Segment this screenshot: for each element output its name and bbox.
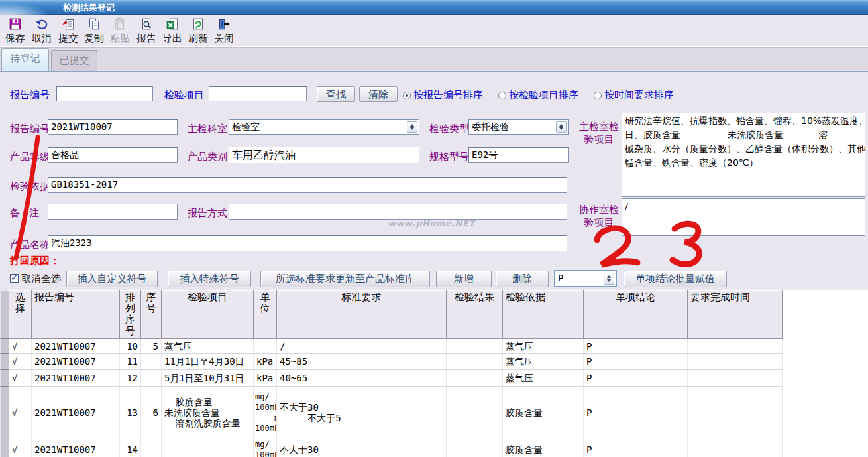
cell-standard[interactable]: 45~85 bbox=[277, 354, 447, 370]
cell-select[interactable]: √ bbox=[9, 370, 32, 387]
cell-unit[interactable] bbox=[254, 339, 277, 354]
cell-conclusion[interactable]: P bbox=[584, 438, 688, 457]
refresh-button[interactable]: 刷新 bbox=[186, 16, 211, 46]
remark-input[interactable] bbox=[48, 204, 178, 220]
cell-result[interactable] bbox=[447, 339, 503, 354]
find-button[interactable]: 查找 bbox=[317, 86, 355, 102]
update-standard-lib-button[interactable]: 所选标准要求更新至产品标准库 bbox=[260, 271, 430, 287]
col-unit[interactable]: 单位 bbox=[254, 291, 277, 339]
report-no-input[interactable]: 2021WT10007 bbox=[48, 119, 178, 135]
grid-row[interactable]: √ 2021WT10007 12 5月1日至10月31日 kPa 40~65 蒸… bbox=[1, 370, 783, 387]
cell-conclusion[interactable]: P bbox=[584, 354, 688, 370]
col-select[interactable]: 选择 bbox=[9, 291, 32, 339]
delete-button[interactable]: 删除 bbox=[496, 271, 549, 287]
report-button[interactable]: 报告 bbox=[134, 16, 159, 46]
cell-basis[interactable]: 蒸气压 bbox=[503, 339, 584, 354]
cell-seq[interactable]: 6 bbox=[141, 387, 162, 438]
cell-order-no[interactable]: 11 bbox=[120, 354, 141, 370]
cell-select[interactable]: √ bbox=[9, 387, 32, 438]
insert-custom-symbol-button[interactable]: 插入自定义符号 bbox=[66, 271, 158, 287]
combo-spinner-icon[interactable] bbox=[556, 121, 567, 133]
cell-result[interactable] bbox=[447, 387, 503, 438]
cancel-button[interactable]: 取消 bbox=[29, 16, 54, 46]
cell-result[interactable] bbox=[447, 354, 503, 370]
grid-row[interactable]: √ 2021WT10007 11 11月1日至4月30日 kPa 45~85 蒸… bbox=[1, 354, 783, 370]
inspect-basis-input[interactable]: GB18351-2017 bbox=[48, 177, 567, 193]
sort-by-report-no-radio[interactable]: 按报告编号排序 bbox=[403, 89, 483, 101]
cell-seq[interactable] bbox=[141, 354, 162, 370]
conclusion-combobox[interactable]: P bbox=[554, 270, 617, 287]
col-basis[interactable]: 检验依据 bbox=[503, 291, 584, 339]
cell-standard[interactable]: / bbox=[277, 339, 447, 354]
cell-result[interactable] bbox=[447, 438, 503, 457]
batch-assign-button[interactable]: 单项结论批量赋值 bbox=[624, 271, 727, 287]
cell-select[interactable]: √ bbox=[9, 438, 32, 457]
cell-due[interactable] bbox=[688, 354, 783, 370]
col-seq[interactable]: 序号 bbox=[141, 291, 162, 339]
cell-report-no[interactable]: 2021WT10007 bbox=[32, 370, 120, 387]
grid-row[interactable]: √ 2021WT10007 14 mg/ 100mL 不大于30 胶质含量 P bbox=[1, 438, 783, 457]
col-due[interactable]: 要求完成时间 bbox=[688, 291, 783, 339]
copy-button[interactable]: 复制 bbox=[81, 16, 107, 46]
insert-special-symbol-button[interactable]: 插入特殊符号 bbox=[168, 271, 251, 287]
close-button[interactable]: 关闭 bbox=[211, 16, 237, 46]
cell-select[interactable]: √ bbox=[9, 339, 32, 354]
col-conclusion[interactable]: 单项结论 bbox=[584, 291, 688, 339]
cell-seq[interactable] bbox=[141, 438, 162, 457]
add-button[interactable]: 新增 bbox=[436, 271, 492, 287]
grid-row[interactable]: √ 2021WT10007 10 5 蒸气压 / 蒸气压 P bbox=[1, 339, 783, 354]
product-category-input[interactable]: 车用乙醇汽油 bbox=[229, 147, 419, 163]
cell-seq[interactable] bbox=[141, 370, 162, 387]
cell-item[interactable]: 5月1日至10月31日 bbox=[162, 370, 254, 387]
cell-unit[interactable]: mg/ 100mL bbox=[254, 438, 277, 457]
col-result[interactable]: 检验结果 bbox=[447, 291, 503, 339]
cell-result[interactable] bbox=[447, 370, 503, 387]
cancel-select-all-checkbox[interactable] bbox=[10, 274, 19, 283]
cell-basis[interactable]: 胶质含量 bbox=[503, 387, 584, 438]
cell-basis[interactable]: 胶质含量 bbox=[503, 438, 584, 457]
export-button[interactable]: 导出 bbox=[160, 16, 185, 46]
cell-item[interactable] bbox=[162, 438, 254, 457]
cell-due[interactable] bbox=[688, 339, 783, 354]
cell-seq[interactable]: 5 bbox=[141, 339, 162, 354]
cell-unit[interactable]: kPa bbox=[254, 370, 277, 387]
sort-by-time-radio[interactable]: 按时间要求排序 bbox=[594, 89, 674, 101]
cell-due[interactable] bbox=[688, 387, 783, 438]
cell-standard[interactable]: 40~65 bbox=[277, 370, 447, 387]
cell-order-no[interactable]: 13 bbox=[120, 387, 141, 438]
cell-standard[interactable]: 不大于30 不大于5 bbox=[277, 387, 447, 438]
cell-report-no[interactable]: 2021WT10007 bbox=[32, 354, 120, 370]
product-name-input[interactable]: 汽油2323 bbox=[48, 235, 567, 251]
cell-order-no[interactable]: 10 bbox=[120, 339, 141, 354]
cell-unit[interactable]: mg/ 100mL mg/ 100mL bbox=[254, 387, 277, 438]
col-standard[interactable]: 标准要求 bbox=[277, 291, 447, 339]
cell-conclusion[interactable]: P bbox=[584, 370, 688, 387]
main-items-textarea[interactable]: 研究法辛烷值、抗爆指数、铅含量、馏程、10%蒸发温度、50%蒸 日、胶质含量 未… bbox=[622, 113, 865, 197]
save-button[interactable]: 保存 bbox=[3, 16, 28, 46]
cell-item[interactable]: 蒸气压 bbox=[162, 339, 254, 354]
report-method-input[interactable] bbox=[229, 204, 567, 220]
search-report-no-input[interactable] bbox=[56, 86, 153, 101]
submit-button[interactable]: 提交 bbox=[56, 16, 81, 46]
col-report-no[interactable]: 报告编号 bbox=[32, 291, 120, 339]
sort-by-item-radio[interactable]: 按检验项目排序 bbox=[498, 89, 578, 101]
cell-report-no[interactable]: 2021WT10007 bbox=[32, 438, 120, 457]
combo-spinner-icon[interactable] bbox=[604, 273, 614, 285]
cell-due[interactable] bbox=[688, 370, 783, 387]
search-item-input[interactable] bbox=[209, 86, 307, 101]
cell-conclusion[interactable]: P bbox=[584, 387, 688, 438]
cell-basis[interactable]: 蒸气压 bbox=[503, 354, 584, 370]
clear-button[interactable]: 清除 bbox=[359, 86, 398, 102]
col-order-no[interactable]: 排列序号 bbox=[120, 291, 141, 339]
cell-basis[interactable]: 蒸气压 bbox=[503, 370, 584, 387]
cell-due[interactable] bbox=[688, 438, 783, 457]
cell-order-no[interactable]: 14 bbox=[120, 438, 141, 457]
grid-row[interactable]: √ 2021WT10007 13 6 胶质含量 未洗胶质含量 溶剂洗胶质含量 m… bbox=[1, 387, 783, 438]
cell-item[interactable]: 胶质含量 未洗胶质含量 溶剂洗胶质含量 bbox=[162, 387, 254, 438]
collab-items-textarea[interactable]: / bbox=[622, 198, 865, 236]
cell-report-no[interactable]: 2021WT10007 bbox=[32, 339, 120, 354]
tab-submitted[interactable]: 已提交 bbox=[51, 50, 97, 71]
cell-select[interactable]: √ bbox=[9, 354, 32, 370]
inspect-type-combobox[interactable]: 委托检验 bbox=[468, 119, 569, 135]
col-item[interactable]: 检验项目 bbox=[162, 291, 254, 339]
